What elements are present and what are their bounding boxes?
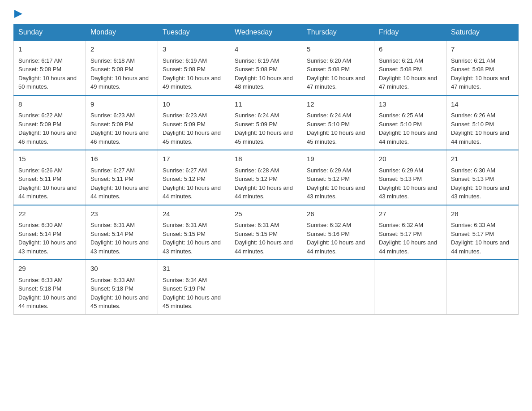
calendar-cell: 12Sunrise: 6:24 AMSunset: 5:10 PMDayligh… [302,95,374,150]
day-number: 6 [379,44,442,55]
calendar-cell [302,260,374,314]
daylight-text: Daylight: 10 hours and 44 minutes. [163,184,225,201]
daylight-text: Daylight: 10 hours and 44 minutes. [451,238,514,256]
sunset-text: Sunset: 5:08 PM [90,65,153,74]
day-number: 5 [307,44,369,55]
calendar-cell: 1Sunrise: 6:17 AMSunset: 5:08 PMDaylight… [14,40,86,95]
calendar-week-3: 15Sunrise: 6:26 AMSunset: 5:11 PMDayligh… [14,150,519,205]
day-number: 9 [90,99,153,110]
day-number: 31 [163,264,225,274]
sunset-text: Sunset: 5:12 PM [163,175,225,184]
daylight-text: Daylight: 10 hours and 45 minutes. [307,128,369,146]
day-number: 17 [163,154,225,164]
day-number: 2 [90,44,153,55]
daylight-text: Daylight: 10 hours and 44 minutes. [379,128,442,146]
sunset-text: Sunset: 5:11 PM [18,175,81,184]
day-number: 30 [90,264,153,274]
sunset-text: Sunset: 5:13 PM [379,175,442,184]
sunset-text: Sunset: 5:13 PM [451,175,514,184]
calendar-cell: 23Sunrise: 6:31 AMSunset: 5:14 PMDayligh… [86,205,158,260]
sunrise-text: Sunrise: 6:30 AM [18,221,81,230]
svg-marker-0 [14,10,22,18]
day-number: 3 [163,44,225,55]
calendar-week-1: 1Sunrise: 6:17 AMSunset: 5:08 PMDaylight… [14,40,519,95]
sunrise-text: Sunrise: 6:34 AM [163,276,225,285]
sunset-text: Sunset: 5:09 PM [18,120,81,129]
daylight-text: Daylight: 10 hours and 50 minutes. [18,74,81,91]
daylight-text: Daylight: 10 hours and 45 minutes. [90,293,153,311]
sunrise-text: Sunrise: 6:26 AM [451,111,514,120]
sunrise-text: Sunrise: 6:31 AM [90,221,153,230]
sunset-text: Sunset: 5:10 PM [379,120,442,129]
sunset-text: Sunset: 5:08 PM [451,65,514,74]
calendar-cell: 20Sunrise: 6:29 AMSunset: 5:13 PMDayligh… [374,150,446,205]
daylight-text: Daylight: 10 hours and 43 minutes. [18,238,81,256]
day-number: 1 [18,44,81,55]
sunrise-text: Sunrise: 6:23 AM [90,111,153,120]
calendar-cell: 28Sunrise: 6:33 AMSunset: 5:17 PMDayligh… [446,205,519,260]
sunset-text: Sunset: 5:09 PM [163,120,225,129]
daylight-text: Daylight: 10 hours and 44 minutes. [235,184,297,201]
day-number: 28 [451,209,514,219]
sunset-text: Sunset: 5:14 PM [18,230,81,239]
day-number: 8 [18,99,81,110]
calendar-week-5: 29Sunrise: 6:33 AMSunset: 5:18 PMDayligh… [14,260,519,314]
day-number: 27 [379,209,442,219]
day-number: 26 [307,209,369,219]
sunrise-text: Sunrise: 6:32 AM [379,221,442,230]
day-number: 22 [18,209,81,219]
day-number: 11 [235,99,297,110]
calendar-cell [374,260,446,314]
calendar-cell [230,260,302,314]
daylight-text: Daylight: 10 hours and 44 minutes. [379,238,442,256]
daylight-text: Daylight: 10 hours and 44 minutes. [451,128,514,146]
sunrise-text: Sunrise: 6:33 AM [90,276,153,285]
sunrise-text: Sunrise: 6:28 AM [235,166,297,175]
sunset-text: Sunset: 5:08 PM [163,65,225,74]
sunset-text: Sunset: 5:10 PM [307,120,369,129]
sunset-text: Sunset: 5:10 PM [451,120,514,129]
calendar-cell: 3Sunrise: 6:19 AMSunset: 5:08 PMDaylight… [158,40,230,95]
sunrise-text: Sunrise: 6:17 AM [18,56,81,65]
calendar-table: SundayMondayTuesdayWednesdayThursdayFrid… [13,24,519,315]
weekday-header-row: SundayMondayTuesdayWednesdayThursdayFrid… [14,25,519,41]
sunset-text: Sunset: 5:19 PM [163,284,225,293]
weekday-header-tuesday: Tuesday [158,25,230,41]
day-number: 14 [451,99,514,110]
day-number: 24 [163,209,225,219]
calendar-cell: 9Sunrise: 6:23 AMSunset: 5:09 PMDaylight… [86,95,158,150]
calendar-week-2: 8Sunrise: 6:22 AMSunset: 5:09 PMDaylight… [14,95,519,150]
calendar-cell: 7Sunrise: 6:21 AMSunset: 5:08 PMDaylight… [446,40,519,95]
daylight-text: Daylight: 10 hours and 46 minutes. [18,128,81,146]
daylight-text: Daylight: 10 hours and 43 minutes. [90,238,153,256]
day-number: 16 [90,154,153,164]
calendar-cell: 18Sunrise: 6:28 AMSunset: 5:12 PMDayligh… [230,150,302,205]
logo-icon [14,10,22,18]
day-number: 29 [18,264,81,274]
calendar-cell: 31Sunrise: 6:34 AMSunset: 5:19 PMDayligh… [158,260,230,314]
calendar-header: SundayMondayTuesdayWednesdayThursdayFrid… [14,25,519,41]
daylight-text: Daylight: 10 hours and 45 minutes. [163,128,225,146]
sunset-text: Sunset: 5:15 PM [163,230,225,239]
weekday-header-sunday: Sunday [14,25,86,41]
calendar-cell: 2Sunrise: 6:18 AMSunset: 5:08 PMDaylight… [86,40,158,95]
sunset-text: Sunset: 5:18 PM [18,284,81,293]
calendar-body: 1Sunrise: 6:17 AMSunset: 5:08 PMDaylight… [14,40,519,314]
calendar-cell: 17Sunrise: 6:27 AMSunset: 5:12 PMDayligh… [158,150,230,205]
calendar-cell: 6Sunrise: 6:21 AMSunset: 5:08 PMDaylight… [374,40,446,95]
calendar-cell: 14Sunrise: 6:26 AMSunset: 5:10 PMDayligh… [446,95,519,150]
sunset-text: Sunset: 5:17 PM [451,230,514,239]
sunrise-text: Sunrise: 6:21 AM [451,56,514,65]
day-number: 4 [235,44,297,55]
sunrise-text: Sunrise: 6:19 AM [235,56,297,65]
calendar-cell: 19Sunrise: 6:29 AMSunset: 5:12 PMDayligh… [302,150,374,205]
calendar-cell: 16Sunrise: 6:27 AMSunset: 5:11 PMDayligh… [86,150,158,205]
daylight-text: Daylight: 10 hours and 49 minutes. [90,74,153,91]
sunrise-text: Sunrise: 6:33 AM [18,276,81,285]
sunrise-text: Sunrise: 6:19 AM [163,56,225,65]
sunrise-text: Sunrise: 6:26 AM [18,166,81,175]
sunrise-text: Sunrise: 6:29 AM [379,166,442,175]
daylight-text: Daylight: 10 hours and 44 minutes. [307,238,369,256]
daylight-text: Daylight: 10 hours and 49 minutes. [163,74,225,91]
calendar-cell: 11Sunrise: 6:24 AMSunset: 5:09 PMDayligh… [230,95,302,150]
